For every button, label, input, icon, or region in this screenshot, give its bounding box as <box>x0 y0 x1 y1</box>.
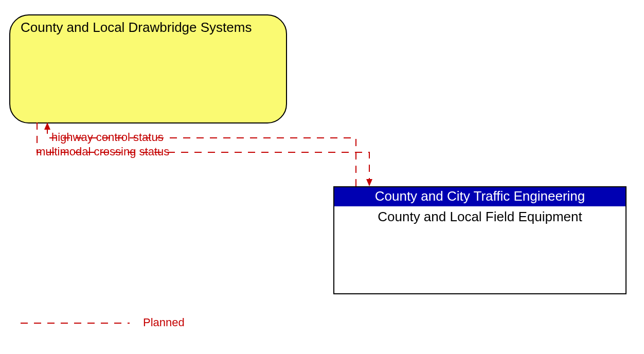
target-node-body: County and Local Field Equipment <box>334 206 625 227</box>
flow2-arrowhead <box>366 179 372 186</box>
flow2-label: multimodal crossing status <box>36 145 169 158</box>
target-node: County and City Traffic Engineering Coun… <box>333 186 627 294</box>
source-node: County and Local Drawbridge Systems <box>9 14 287 123</box>
flow1-label: highway control status <box>51 131 164 144</box>
target-node-header: County and City Traffic Engineering <box>334 187 625 206</box>
legend-planned-label: Planned <box>143 316 185 329</box>
flow1-arrowhead <box>44 122 50 130</box>
source-node-title: County and Local Drawbridge Systems <box>10 15 286 36</box>
